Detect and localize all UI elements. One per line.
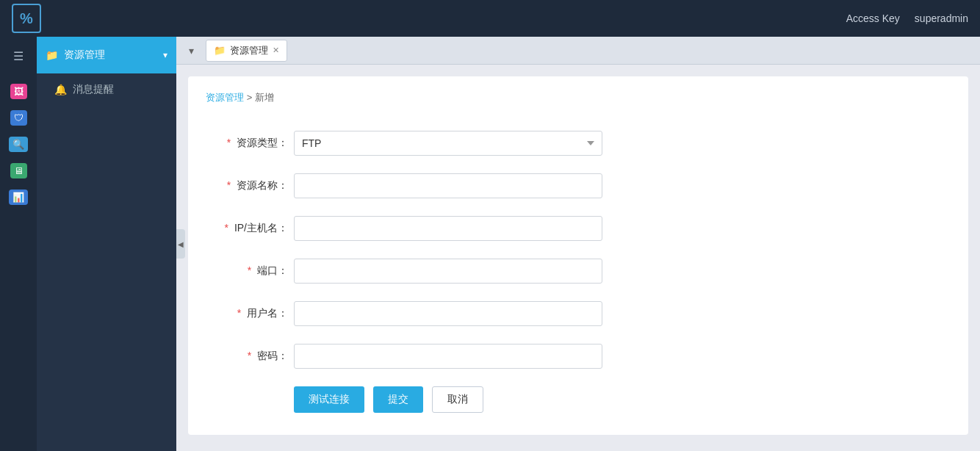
password-input[interactable]	[294, 344, 602, 369]
breadcrumb-separator: >	[247, 92, 253, 103]
header-right: Access Key superadmin	[846, 12, 968, 24]
tab-dropdown-button[interactable]: ▾	[182, 42, 200, 59]
logo: %	[12, 4, 41, 33]
resource-type-select[interactable]: FTP SFTP SSH 数据库	[294, 131, 602, 156]
resource-name-input[interactable]	[294, 173, 602, 198]
resource-mgmt-icon: 📁	[46, 49, 58, 61]
menu-toggle-icon[interactable]: ☰	[5, 43, 32, 69]
sidebar-icons: ☰ 🖼 🛡 🔍 🖥 📊	[0, 37, 37, 451]
icon-shield[interactable]: 🛡	[5, 104, 32, 131]
port-label: * 端口：	[206, 264, 294, 278]
sidebar: ☰ 🖼 🛡 🔍 🖥 📊	[0, 37, 176, 451]
form-card: 资源管理 > 新增 * 资源类型： FTP SFTP	[188, 76, 968, 435]
username-label: * 用户名：	[206, 307, 294, 320]
resource-type-label: * 资源类型：	[206, 137, 294, 150]
add-resource-form: * 资源类型： FTP SFTP SSH 数据库 *	[206, 131, 951, 413]
cancel-button[interactable]: 取消	[432, 386, 483, 413]
access-key-link[interactable]: Access Key	[846, 12, 900, 24]
form-row-resource-type: * 资源类型： FTP SFTP SSH 数据库	[206, 131, 951, 156]
main-layout: ☰ 🖼 🛡 🔍 🖥 📊	[0, 37, 980, 451]
icon-server[interactable]: 🖥	[5, 157, 32, 184]
port-input[interactable]	[294, 259, 602, 284]
user-menu[interactable]: superadmin	[915, 12, 968, 24]
sidebar-collapse-button[interactable]: ◀	[176, 229, 185, 259]
submit-button[interactable]: 提交	[373, 386, 423, 413]
breadcrumb-parent[interactable]: 资源管理	[206, 92, 244, 103]
sidebar-item-notification[interactable]: 🔔 消息提醒	[37, 73, 176, 106]
breadcrumb-current: 新增	[255, 92, 274, 103]
tab-icon: 📁	[214, 45, 226, 56]
form-row-username: * 用户名：	[206, 301, 951, 326]
content-area: 资源管理 > 新增 * 资源类型： FTP SFTP	[176, 65, 980, 451]
form-row-ip: * IP/主机名：	[206, 216, 951, 241]
tab-label: 资源管理	[230, 44, 268, 57]
form-row-port: * 端口：	[206, 259, 951, 284]
password-label: * 密码：	[206, 350, 294, 363]
breadcrumb: 资源管理 > 新增	[206, 91, 951, 113]
resource-name-label: * 资源名称：	[206, 179, 294, 192]
sidebar-item-label-resource: 资源管理	[64, 48, 105, 62]
form-actions: 测试连接 提交 取消	[294, 386, 951, 413]
right-panel: ▾ 📁 资源管理 ✕ 资源管理 > 新增	[176, 37, 980, 451]
form-row-resource-name: * 资源名称：	[206, 173, 951, 198]
tab-close-button[interactable]: ✕	[273, 46, 279, 55]
notification-icon: 🔔	[54, 84, 67, 95]
sidebar-item-label-notification: 消息提醒	[73, 83, 114, 96]
icon-image[interactable]: 🖼	[5, 78, 32, 104]
chevron-down-icon: ▾	[163, 50, 167, 60]
sidebar-content: 📁 资源管理 ▾ 🔔 消息提醒	[37, 37, 176, 451]
form-row-password: * 密码：	[206, 344, 951, 369]
top-header: % Access Key superadmin	[0, 0, 980, 37]
test-connection-button[interactable]: 测试连接	[294, 386, 364, 413]
ip-input[interactable]	[294, 216, 602, 241]
tab-resource-mgmt[interactable]: 📁 资源管理 ✕	[206, 40, 287, 62]
icon-search[interactable]: 🔍	[5, 131, 32, 157]
icon-chart[interactable]: 📊	[5, 184, 32, 210]
username-input[interactable]	[294, 301, 602, 326]
sidebar-item-resource-mgmt[interactable]: 📁 资源管理 ▾	[37, 37, 176, 73]
ip-label: * IP/主机名：	[206, 222, 294, 235]
tab-bar: ▾ 📁 资源管理 ✕	[176, 37, 980, 65]
